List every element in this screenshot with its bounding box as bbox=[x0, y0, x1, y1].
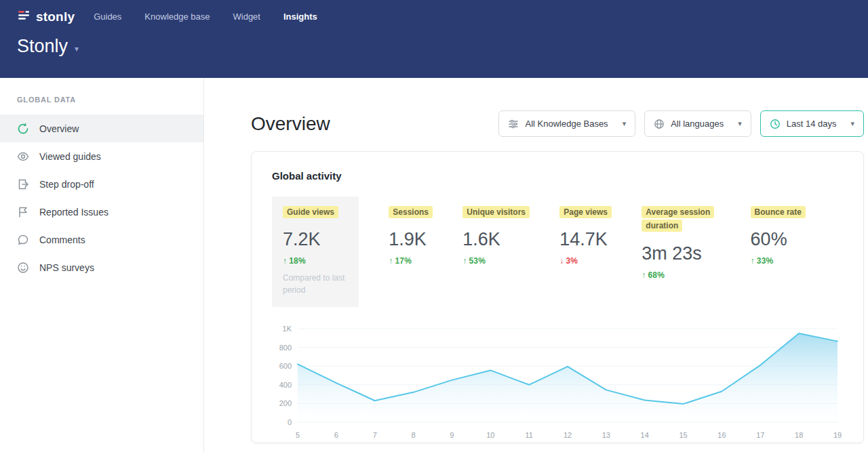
metric-delta: ↑68% bbox=[642, 270, 720, 280]
svg-text:11: 11 bbox=[525, 431, 532, 439]
trend-arrow-icon: ↑ bbox=[642, 270, 646, 280]
sidebar-item-label: Comments bbox=[39, 234, 85, 245]
sidebar-item-viewed-guides[interactable]: Viewed guides bbox=[0, 142, 203, 170]
svg-text:800: 800 bbox=[279, 344, 292, 352]
metric-label: Page views bbox=[559, 206, 612, 218]
flag-icon bbox=[17, 206, 29, 218]
sidebar-item-label: Overview bbox=[39, 123, 79, 134]
metric-value: 14.7K bbox=[559, 229, 612, 250]
svg-text:0: 0 bbox=[288, 418, 292, 426]
metric-label: Average session duration bbox=[642, 206, 714, 232]
chevron-down-icon: ▾ bbox=[850, 119, 854, 128]
chevron-down-icon: ▾ bbox=[738, 119, 742, 128]
sidebar-item-comments[interactable]: Comments bbox=[0, 226, 203, 253]
page-title: Overview bbox=[251, 113, 330, 135]
svg-text:12: 12 bbox=[564, 431, 572, 439]
metric-value: 3m 23s bbox=[642, 243, 720, 264]
metric-delta: ↑18% bbox=[283, 256, 348, 266]
trend-arrow-icon: ↑ bbox=[462, 256, 467, 266]
svg-text:600: 600 bbox=[279, 362, 292, 370]
nav-item-knowledge-base[interactable]: Knowledge base bbox=[144, 6, 210, 27]
metric-value: 1.6K bbox=[462, 229, 530, 250]
globe-icon bbox=[654, 119, 665, 129]
stonly-logo[interactable]: stonly bbox=[17, 9, 75, 25]
svg-text:17: 17 bbox=[756, 431, 764, 439]
svg-text:5: 5 bbox=[296, 431, 300, 439]
main-content: Overview All Knowledge Bases ▾ bbox=[204, 78, 868, 452]
app-header: stonly Guides Knowledge base Widget Insi… bbox=[0, 0, 868, 78]
sidebar: GLOBAL DATA Overview Viewed guides bbox=[0, 78, 204, 452]
card-title: Global activity bbox=[272, 170, 843, 182]
svg-text:6: 6 bbox=[334, 431, 338, 439]
workspace-switcher[interactable]: Stonly ▾ bbox=[17, 36, 79, 57]
metric-label: Unique visitors bbox=[462, 206, 530, 218]
languages-dropdown[interactable]: All languages ▾ bbox=[644, 110, 751, 137]
svg-text:1K: 1K bbox=[283, 325, 292, 333]
trend-arrow-icon: ↓ bbox=[559, 256, 564, 266]
trend-arrow-icon: ↑ bbox=[751, 256, 755, 266]
nav-item-guides[interactable]: Guides bbox=[94, 6, 121, 27]
eye-icon bbox=[17, 150, 29, 163]
content-layout: GLOBAL DATA Overview Viewed guides bbox=[0, 78, 868, 452]
sidebar-section-label: GLOBAL DATA bbox=[0, 96, 203, 104]
metric-average-session-duration: Average session duration 3m 23s ↑68% bbox=[642, 197, 720, 280]
knowledge-bases-value: All Knowledge Bases bbox=[525, 119, 608, 129]
trend-arrow-icon: ↑ bbox=[389, 256, 393, 266]
svg-text:15: 15 bbox=[679, 431, 687, 439]
metric-delta: ↑33% bbox=[751, 256, 806, 266]
metric-label: Sessions bbox=[389, 206, 433, 218]
svg-text:19: 19 bbox=[833, 431, 842, 439]
svg-text:13: 13 bbox=[602, 431, 610, 439]
nav-item-widget[interactable]: Widget bbox=[233, 6, 260, 27]
metric-unique-visitors: Unique visitors 1.6K ↑53% bbox=[462, 197, 530, 266]
chevron-down-icon: ▾ bbox=[623, 119, 627, 128]
sidebar-item-label: NPS surveys bbox=[39, 262, 94, 273]
sidebar-item-label: Viewed guides bbox=[39, 151, 101, 162]
svg-text:14: 14 bbox=[641, 431, 649, 439]
knowledge-bases-dropdown[interactable]: All Knowledge Bases ▾ bbox=[498, 110, 635, 137]
clock-icon bbox=[770, 119, 781, 129]
svg-text:8: 8 bbox=[412, 431, 416, 439]
metric-bounce-rate: Bounce rate 60% ↑33% bbox=[751, 197, 806, 266]
sidebar-item-reported-issues[interactable]: Reported Issues bbox=[0, 198, 203, 226]
svg-text:18: 18 bbox=[795, 431, 803, 439]
activity-chart-container: 02004006008001K5678910111213141516171819 bbox=[272, 323, 843, 445]
svg-text:16: 16 bbox=[717, 431, 726, 439]
chevron-down-icon: ▾ bbox=[75, 44, 79, 54]
stonly-logo-icon bbox=[17, 9, 31, 25]
sidebar-item-nps-surveys[interactable]: NPS surveys bbox=[0, 253, 203, 281]
sidebar-item-label: Reported Issues bbox=[39, 207, 108, 218]
svg-text:10: 10 bbox=[486, 431, 494, 439]
date-range-dropdown[interactable]: Last 14 days ▾ bbox=[760, 110, 864, 137]
languages-value: All languages bbox=[671, 119, 724, 129]
sliders-icon bbox=[508, 119, 519, 129]
workspace-name: Stonly bbox=[17, 36, 68, 57]
metric-delta: ↑17% bbox=[389, 256, 433, 266]
logo-text: stonly bbox=[36, 9, 75, 24]
activity-area-chart: 02004006008001K5678910111213141516171819 bbox=[272, 323, 843, 443]
metrics-row: Guide views 7.2K ↑18% Compared to last p… bbox=[272, 197, 843, 307]
metric-value: 1.9K bbox=[389, 229, 433, 250]
svg-text:400: 400 bbox=[279, 381, 292, 389]
smiley-icon bbox=[17, 262, 29, 274]
comments-icon bbox=[17, 234, 29, 246]
svg-text:9: 9 bbox=[450, 431, 454, 439]
sidebar-item-label: Step drop-off bbox=[39, 179, 94, 190]
sidebar-item-step-drop-off[interactable]: Step drop-off bbox=[0, 170, 203, 198]
sidebar-item-overview[interactable]: Overview bbox=[0, 115, 203, 142]
metric-sessions: Sessions 1.9K ↑17% bbox=[389, 197, 433, 266]
metric-label: Guide views bbox=[283, 206, 338, 218]
step-drop-off-icon bbox=[17, 178, 29, 190]
svg-text:200: 200 bbox=[279, 400, 292, 408]
overview-icon bbox=[17, 123, 29, 135]
svg-text:7: 7 bbox=[373, 431, 377, 439]
metric-guide-views: Guide views 7.2K ↑18% Compared to last p… bbox=[272, 197, 359, 307]
main-header: Overview All Knowledge Bases ▾ bbox=[251, 110, 864, 137]
metric-value: 7.2K bbox=[283, 229, 348, 250]
nav-item-insights[interactable]: Insights bbox=[283, 6, 317, 27]
filter-bar: All Knowledge Bases ▾ All languages ▾ bbox=[498, 110, 864, 137]
trend-arrow-icon: ↑ bbox=[283, 256, 287, 266]
top-navigation: stonly Guides Knowledge base Widget Insi… bbox=[17, 0, 851, 27]
global-activity-card: Global activity Guide views 7.2K ↑18% Co… bbox=[251, 151, 864, 443]
metric-value: 60% bbox=[751, 229, 806, 250]
